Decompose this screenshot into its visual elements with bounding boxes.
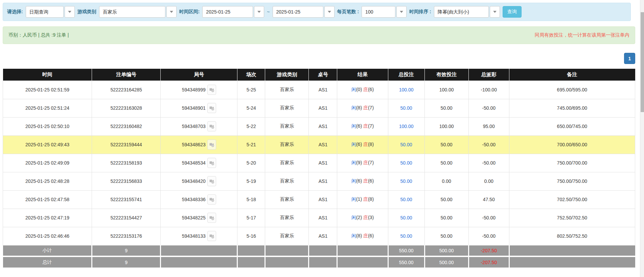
video-replay-button[interactable] — [207, 213, 216, 223]
table-no-cell: AS1 — [309, 135, 337, 154]
table-row: 2025-01-25 02:50:10 522223160482 5943487… — [3, 117, 635, 135]
filter-bar: 请选择: 日期查询 游戏类别 百家乐 时间区间: 2025-01-25 ~ 20… — [3, 3, 631, 21]
game-category-cell: 百家乐 — [265, 154, 309, 172]
total-bet-link[interactable]: 100.00 — [399, 124, 414, 129]
table-row: 2025-01-25 02:47:58 522223155741 5943483… — [3, 190, 635, 209]
page-size-value[interactable]: 100 — [362, 6, 395, 18]
table-row: 2025-01-25 02:51:59 522223164285 5943489… — [3, 81, 635, 99]
table-no-cell: AS1 — [309, 172, 337, 190]
table-row: 2025-01-25 02:47:19 522223154427 5943482… — [3, 209, 635, 227]
session-cell: 5-16 — [237, 227, 265, 245]
total-payout-cell: -50.00 — [468, 227, 509, 245]
player-score: (8) — [356, 105, 362, 110]
remark-cell: 802.50/752.50 — [509, 227, 635, 245]
chevron-down-icon — [328, 11, 331, 13]
table-no-cell: AS1 — [309, 117, 337, 135]
video-icon — [209, 215, 214, 220]
total-bet-cell: 50.00 — [388, 209, 424, 227]
query-button[interactable]: 查询 — [503, 6, 522, 18]
valid-bet-cell: 100.00 — [424, 117, 468, 135]
total-bet-link[interactable]: 50.00 — [400, 105, 412, 111]
total-bet-link[interactable]: 50.00 — [400, 160, 412, 166]
subtotal-valid-bet: 500.00 — [424, 245, 468, 256]
banker-result: 庄 — [363, 87, 368, 92]
banker-score: (6) — [368, 233, 374, 238]
round-id-cell: 594348336 — [161, 190, 237, 209]
header-session: 场次 — [237, 69, 265, 81]
table-no-cell: AS1 — [309, 99, 337, 117]
video-replay-button[interactable] — [207, 176, 216, 186]
page-size-dropdown-button[interactable] — [396, 6, 407, 18]
time-sort-select[interactable]: 降幂(由大到小) — [434, 6, 500, 18]
vertical-scrollbar[interactable] — [640, 0, 644, 277]
video-icon — [209, 178, 214, 184]
time-sort-dropdown-button[interactable] — [490, 6, 500, 18]
video-replay-button[interactable] — [207, 103, 216, 113]
date-to-dropdown-button[interactable] — [324, 6, 335, 18]
query-type-select[interactable]: 日期查询 — [26, 6, 75, 18]
time-sort-value[interactable]: 降幂(由大到小) — [434, 6, 489, 18]
video-replay-button[interactable] — [207, 231, 216, 241]
date-to-value[interactable]: 2025-01-25 — [273, 6, 323, 18]
total-payout-cell: 95.00 — [468, 117, 509, 135]
player-result: 闲 — [351, 178, 356, 184]
table-no-cell: AS1 — [309, 227, 337, 245]
bet-id-cell: 522223159444 — [92, 135, 161, 154]
video-replay-button[interactable] — [207, 140, 216, 150]
round-id-cell: 594348225 — [161, 209, 237, 227]
video-replay-button[interactable] — [207, 158, 216, 168]
banker-score: (7) — [368, 105, 374, 110]
total-bet-cell: 50.00 — [388, 154, 424, 172]
page-button-1[interactable]: 1 — [624, 53, 635, 64]
video-icon — [209, 142, 214, 147]
valid-bet-cell: 50.00 — [424, 135, 468, 154]
total-bet-cell: 100.00 — [388, 81, 424, 99]
total-bet-cell: 50.00 — [388, 99, 424, 117]
table-no-cell: AS1 — [309, 154, 337, 172]
game-category-dropdown-button[interactable] — [166, 6, 177, 18]
valid-bet-cell: 50.00 — [424, 99, 468, 117]
game-category-label: 游戏类别 — [77, 9, 96, 15]
bet-id-cell: 522223154427 — [92, 209, 161, 227]
total-bet-link[interactable]: 100.00 — [399, 87, 414, 92]
total-bet-link[interactable]: 50.00 — [400, 215, 412, 220]
total-bet-link[interactable]: 50.00 — [400, 197, 412, 202]
remark-cell: 750.00/700.00 — [509, 154, 635, 172]
total-bet-link[interactable]: 50.00 — [400, 178, 412, 184]
player-result: 闲 — [351, 160, 356, 165]
result-cell: 闲(9) 庄(7) — [337, 154, 388, 172]
query-type-dropdown-button[interactable] — [65, 6, 75, 18]
subtotal-row: 小计 9 550.00 500.00 -207.50 — [3, 245, 635, 256]
chevron-down-icon — [400, 11, 403, 13]
video-replay-button[interactable] — [207, 121, 216, 131]
summary-empty-cell — [161, 245, 237, 256]
game-category-value[interactable]: 百家乐 — [99, 6, 165, 18]
page-size-select[interactable]: 100 — [362, 6, 407, 18]
date-from-dropdown-button[interactable] — [254, 6, 264, 18]
date-from-value[interactable]: 2025-01-25 — [202, 6, 253, 18]
game-category-select[interactable]: 百家乐 — [99, 6, 177, 18]
valid-bet-cell: 50.00 — [424, 227, 468, 245]
video-replay-button[interactable] — [207, 194, 216, 205]
date-from-select[interactable]: 2025-01-25 — [202, 6, 264, 18]
round-id-value: 594348225 — [182, 215, 206, 220]
bet-id-cell: 522223160482 — [92, 117, 161, 135]
total-payout-cell: -50.00 — [468, 209, 509, 227]
session-cell: 5-19 — [237, 172, 265, 190]
table-no-cell: AS1 — [309, 81, 337, 99]
banker-score: (6) — [368, 178, 374, 184]
subtotal-total-payout: -207.50 — [468, 245, 509, 256]
total-bet-link[interactable]: 50.00 — [400, 233, 412, 239]
summary-empty-cell — [509, 245, 635, 256]
game-category-cell: 百家乐 — [265, 81, 309, 99]
query-type-value[interactable]: 日期查询 — [26, 6, 64, 18]
time-cell: 2025-01-25 02:47:19 — [3, 209, 92, 227]
total-bet-link[interactable]: 50.00 — [400, 142, 412, 147]
subtotal-label: 小计 — [3, 245, 92, 256]
game-category-cell: 百家乐 — [265, 117, 309, 135]
player-result: 闲 — [351, 233, 356, 238]
video-replay-button[interactable] — [207, 85, 216, 95]
scrollbar-thumb[interactable] — [641, 12, 644, 112]
date-to-select[interactable]: 2025-01-25 — [273, 6, 335, 18]
banker-score: (3) — [368, 215, 374, 220]
